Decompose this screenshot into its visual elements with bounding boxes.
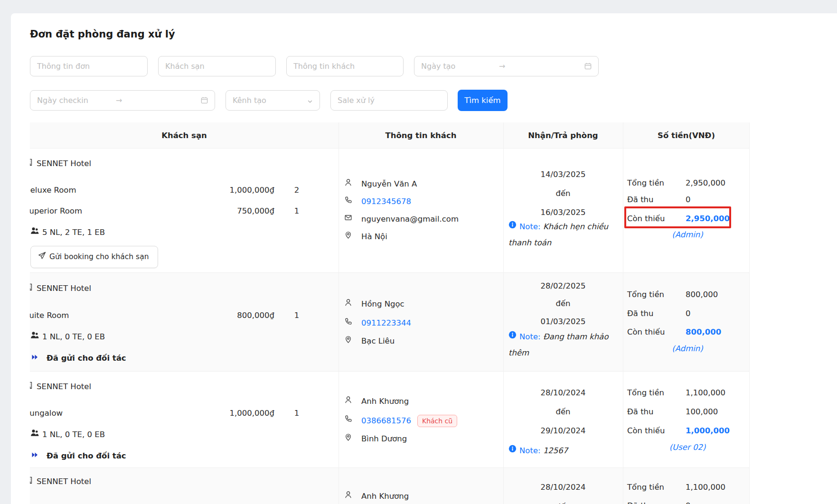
note-label: Note: — [519, 332, 541, 341]
info-icon — [508, 218, 517, 234]
sent-partner-label: Đã gửi cho đối tác — [47, 354, 126, 363]
old-guest-badge: Khách cũ — [417, 415, 457, 427]
hotel-name: SENNET Hotel — [37, 382, 91, 391]
table-header-row: Khách sạn Thông tin khách Nhận/Trả phòng… — [30, 122, 750, 149]
person-icon — [344, 299, 352, 310]
building-icon — [30, 158, 34, 169]
filter-hotel-input[interactable] — [158, 56, 276, 76]
filter-sale-input[interactable] — [330, 90, 448, 111]
room-line: Deluxe Room 1,000,000₫ 2 — [30, 185, 339, 196]
send-icon — [38, 252, 46, 261]
calendar-icon[interactable] — [584, 62, 592, 72]
room-qty: 2 — [288, 185, 305, 196]
remaining-label: Còn thiếu — [627, 425, 665, 437]
guest-phone-line: 0386681576Khách cũ — [361, 415, 457, 426]
calendar-icon[interactable] — [200, 96, 208, 106]
note-label: Note: — [519, 446, 541, 455]
person-icon — [344, 178, 352, 190]
send-booking-button[interactable]: Gửi booking cho khách sạn — [30, 246, 158, 268]
checkout-date: 01/03/2025 — [503, 316, 623, 327]
filter-guest-input[interactable] — [286, 56, 404, 76]
checkin-date-placeholder: Ngày checkin — [37, 91, 88, 110]
note-label: Note: — [519, 222, 541, 231]
paid-value: 0 — [686, 500, 691, 504]
building-icon — [30, 283, 34, 294]
users-icon — [30, 429, 39, 440]
room-name: Superior Room — [30, 205, 82, 217]
bookings-table: Khách sạn Thông tin khách Nhận/Trả phòng… — [30, 122, 750, 504]
column-divider — [339, 122, 339, 504]
remaining-value: 800,000 — [686, 327, 721, 338]
room-qty: 1 — [288, 310, 305, 321]
room-price: 750,000₫ — [179, 205, 274, 217]
table-row: SENNET Hotel Bungalow 1,000,000₫ 1 Anh K… — [30, 468, 750, 504]
users-icon — [30, 226, 39, 238]
double-chevron-icon — [31, 450, 38, 462]
double-chevron-icon — [31, 353, 38, 364]
guest-phone-link[interactable]: 0912345678 — [361, 196, 411, 207]
filter-channel-select[interactable]: Kênh tạo — [226, 90, 320, 111]
building-icon — [30, 381, 34, 392]
note-text: 12567 — [543, 446, 568, 455]
column-header-amount: Số tiền(VNĐ) — [623, 122, 750, 149]
filter-created-date-range[interactable]: Ngày tạo → — [414, 56, 599, 76]
occupancy: 1 NL, 0 TE, 0 EB — [42, 430, 105, 439]
guest-name: Hồng Ngọc — [361, 299, 404, 310]
checkin-date: 14/03/2025 — [503, 169, 623, 180]
booking-management-page: Đơn đặt phòng đang xử lý Ngày tạo → Ngày… — [0, 0, 837, 504]
occupancy-line: 1 NL, 0 TE, 0 EB — [30, 331, 105, 343]
info-icon — [508, 442, 517, 458]
location-pin-icon — [344, 336, 352, 347]
column-divider — [623, 122, 623, 504]
annotation-rectangle — [624, 206, 731, 228]
booking-note: Note: 12567 — [508, 443, 621, 459]
total-label: Tổng tiền — [627, 482, 664, 493]
phone-icon — [344, 415, 352, 426]
paid-value: 0 — [686, 308, 691, 319]
filter-checkin-date-range[interactable]: Ngày checkin → — [30, 90, 215, 111]
table-row: SENNET Hotel Bungalow 1,000,000₫ 1 1 NL,… — [30, 372, 750, 468]
paid-label: Đã thu — [627, 194, 654, 205]
handler-label: (Admin) — [647, 229, 728, 241]
guest-phone-link[interactable]: 0911223344 — [361, 317, 411, 329]
range-arrow-icon: → — [499, 56, 505, 76]
checkin-date: 28/10/2024 — [503, 387, 623, 399]
to-label: đến — [503, 406, 623, 418]
chevron-down-icon[interactable] — [307, 98, 313, 107]
paid-label: Đã thu — [627, 500, 654, 504]
sent-partner-status: Đã gửi cho đối tác — [31, 450, 126, 462]
table-row: SENNET Hotel Suite Room 800,000₫ 1 1 NL,… — [30, 273, 750, 372]
checkout-date: 16/03/2025 — [503, 207, 623, 218]
total-label: Tổng tiền — [627, 387, 664, 399]
occupancy: 5 NL, 2 TE, 1 EB — [42, 228, 105, 237]
location-pin-icon — [344, 433, 352, 445]
table-row: SENNET Hotel Deluxe Room 1,000,000₫ 2 Su… — [30, 149, 750, 273]
room-line: Bungalow 1,000,000₫ 1 — [30, 408, 339, 419]
location-pin-icon — [344, 231, 352, 243]
building-icon — [30, 476, 34, 487]
hotel-name-line: SENNET Hotel — [30, 381, 91, 392]
guest-email: nguyenvana@gmail.com — [361, 214, 459, 225]
room-price: 1,000,000₫ — [179, 185, 274, 196]
room-line: Suite Room 800,000₫ 1 — [30, 310, 339, 321]
guest-location: Bình Dương — [361, 433, 407, 445]
total-value: 1,100,000 — [686, 482, 725, 493]
occupancy-line: 1 NL, 0 TE, 0 EB — [30, 429, 105, 440]
column-header-guest: Thông tin khách — [339, 122, 503, 149]
to-label: đến — [503, 188, 623, 199]
column-header-dates: Nhận/Trả phòng — [503, 122, 623, 149]
remaining-label: Còn thiếu — [627, 327, 665, 338]
search-button[interactable]: Tìm kiếm — [458, 90, 508, 111]
guest-name: Nguyễn Văn A — [361, 178, 417, 190]
filter-order-input[interactable] — [30, 56, 148, 76]
occupancy-line: 5 NL, 2 TE, 1 EB — [30, 227, 105, 238]
handler-label: (User 02) — [647, 442, 728, 453]
content-card: Đơn đặt phòng đang xử lý Ngày tạo → Ngày… — [11, 13, 837, 504]
sent-partner-status: Đã gửi cho đối tác — [31, 353, 126, 364]
paid-label: Đã thu — [627, 406, 654, 418]
hotel-name: SENNET Hotel — [37, 284, 91, 293]
guest-phone-link[interactable]: 0386681576 — [361, 416, 411, 425]
paid-label: Đã thu — [627, 308, 654, 319]
range-arrow-icon: → — [116, 91, 122, 110]
users-icon — [30, 331, 39, 343]
